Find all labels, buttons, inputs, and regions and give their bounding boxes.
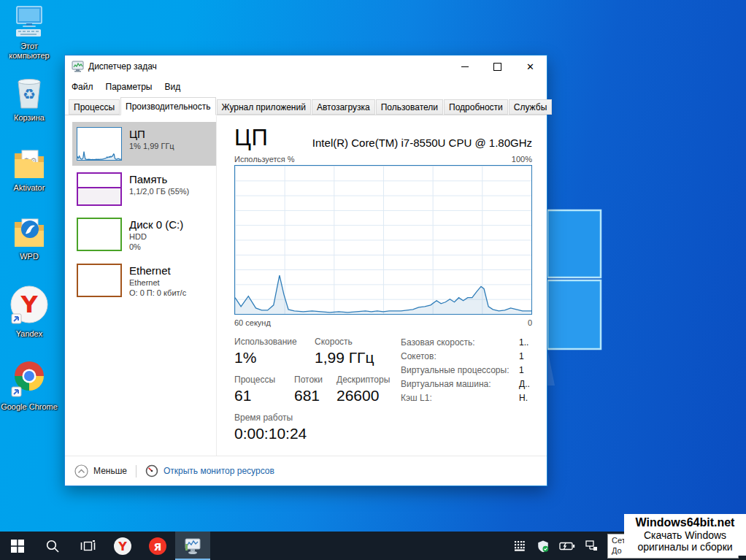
yandex-browser-taskbar-icon: Y — [113, 537, 132, 556]
minimize-button[interactable] — [448, 55, 481, 77]
sidebar-item-disk[interactable]: Диск 0 (C:) HDD 0% — [72, 212, 216, 257]
title-bar[interactable]: Диспетчер задач ✕ — [65, 55, 547, 77]
disk-mini-graph — [77, 218, 122, 251]
maximize-button[interactable] — [481, 55, 514, 77]
svg-text:Я: Я — [154, 540, 162, 552]
minimize-icon — [461, 66, 469, 67]
desktop-icon-this-pc[interactable]: Этот компьютер — [1, 4, 58, 61]
desktop-icon-label: Aktivator — [1, 183, 58, 193]
task-view-icon — [80, 540, 96, 553]
sidebar-memory-title: Память — [129, 173, 189, 186]
cpu-detail-pane: ЦП Intel(R) Core(TM) i7-8550U CPU @ 1.80… — [217, 116, 547, 456]
graph-y-axis-label: Используется % — [234, 155, 295, 164]
info-virtual-processors-value: 1 — [519, 365, 524, 375]
windows-security-icon[interactable] — [534, 535, 552, 557]
tab-strip: Процессы Производительность Журнал прило… — [65, 96, 547, 115]
sidebar-cpu-title: ЦП — [129, 128, 174, 141]
cpu-static-info: Базовая скорость:1.. Сокетов:1 Виртуальн… — [401, 337, 532, 442]
start-button[interactable] — [0, 532, 35, 560]
menu-options[interactable]: Параметры — [106, 82, 153, 92]
sidebar-item-ethernet[interactable]: Ethernet Ethernet О: 0 П: 0 кбит/с — [72, 258, 216, 303]
footer-divider — [136, 465, 136, 477]
stat-usage-value: 1% — [234, 349, 315, 367]
search-button[interactable] — [35, 532, 70, 560]
stat-handles-value: 26600 — [337, 387, 390, 404]
stat-speed-label: Скорость — [315, 337, 401, 347]
fewer-details-button[interactable]: Меньше — [74, 464, 127, 478]
ethernet-mini-graph — [77, 264, 122, 297]
tab-app-history[interactable]: Журнал приложений — [217, 99, 311, 115]
cpu-usage-graph[interactable] — [234, 165, 532, 315]
chevron-up-circle-icon — [74, 464, 88, 478]
desktop-icon-label: Google Chrome — [1, 402, 58, 412]
watermark-site: Windows64bit.net — [624, 516, 746, 529]
task-manager-app-icon — [72, 61, 84, 72]
tab-performance[interactable]: Производительность — [120, 97, 215, 115]
info-sockets-label: Сокетов: — [401, 351, 519, 361]
graph-x-right-label: 0 — [528, 318, 532, 327]
performance-sidebar: ЦП 1% 1,99 ГГц Память 1,1/2,0 ГБ (55%) — [65, 116, 217, 456]
windows-start-icon — [11, 540, 24, 553]
watermark-text-1: Скачать Windows — [624, 529, 746, 541]
watermark-text-2: оригиналы и сборки — [624, 541, 746, 553]
desktop-icon-aktivator[interactable]: ⚙⚙ ⚙ Aktivator — [1, 147, 58, 193]
tab-startup[interactable]: Автозагрузка — [312, 99, 375, 115]
desktop-icon-recycle-bin[interactable]: ♻ Корзина — [1, 76, 58, 123]
cpu-heading: ЦП — [234, 125, 268, 151]
desktop-icon-label: Корзина — [1, 113, 58, 123]
resource-monitor-icon — [145, 464, 158, 477]
search-icon — [45, 539, 60, 553]
tab-details[interactable]: Подробности — [444, 99, 508, 115]
desktop-icon-label: Этот компьютер — [1, 42, 58, 61]
desktop-icon-yandex[interactable]: Y Yandex — [1, 285, 58, 339]
svg-text:Y: Y — [118, 540, 127, 553]
window-title: Диспетчер задач — [88, 61, 157, 72]
stat-handles-label: Дескрипторы — [337, 375, 390, 385]
task-manager-window: Диспетчер задач ✕ Файл Параметры Вид Про… — [64, 55, 547, 486]
sidebar-disk-usage: 0% — [129, 242, 183, 252]
touch-keyboard-icon[interactable] — [510, 535, 528, 557]
chrome-icon — [9, 358, 50, 400]
tab-users[interactable]: Пользователи — [376, 99, 443, 115]
taskbar-yandex-button[interactable]: Я — [140, 532, 175, 560]
desktop-icon-google-chrome[interactable]: Google Chrome — [1, 358, 58, 412]
sidebar-cpu-stats: 1% 1,99 ГГц — [129, 141, 174, 151]
tab-services[interactable]: Службы — [509, 99, 552, 115]
menu-bar: Файл Параметры Вид — [65, 77, 547, 96]
svg-text:♻: ♻ — [23, 86, 36, 102]
stat-uptime-value: 0:00:10:24 — [234, 425, 307, 442]
cpu-dynamic-stats: Использование 1% Скорость 1,99 ГГц Проце… — [234, 337, 401, 442]
menu-view[interactable]: Вид — [164, 82, 180, 92]
wpd-folder-icon — [12, 216, 47, 250]
recycle-bin-icon: ♻ — [12, 76, 46, 111]
stat-uptime-label: Время работы — [234, 413, 307, 423]
info-virtual-processors-label: Виртуальные процессоры: — [401, 365, 519, 375]
desktop-icon-wpd[interactable]: WPD — [1, 216, 58, 261]
info-virtual-machine-value: Д.. — [519, 379, 530, 389]
battery-charging-icon[interactable] — [558, 535, 576, 557]
sidebar-item-cpu[interactable]: ЦП 1% 1,99 ГГц — [72, 122, 216, 166]
taskbar-task-manager-button[interactable] — [175, 532, 210, 560]
fewer-details-label: Меньше — [93, 466, 127, 476]
open-resource-monitor-link[interactable]: Открыть монитор ресурсов — [145, 464, 274, 477]
info-sockets-value: 1 — [519, 351, 524, 361]
graph-x-left-label: 60 секунд — [234, 318, 271, 327]
close-button[interactable]: ✕ — [514, 55, 547, 77]
task-view-button[interactable] — [70, 532, 105, 560]
this-pc-icon — [12, 4, 47, 39]
task-manager-taskbar-icon — [183, 537, 202, 556]
menu-file[interactable]: Файл — [72, 82, 93, 92]
stat-threads-value: 681 — [294, 387, 337, 404]
stat-threads-label: Потоки — [294, 375, 337, 385]
tab-processes[interactable]: Процессы — [69, 99, 120, 115]
sidebar-ethernet-stats: О: 0 П: 0 кбит/с — [129, 288, 186, 298]
desktop-icon-label: Yandex — [1, 329, 58, 339]
taskbar-yandex-browser-button[interactable]: Y — [105, 532, 140, 560]
info-l1-cache-value: Н. — [519, 393, 528, 403]
network-ethernet-icon[interactable] — [582, 535, 600, 557]
yandex-taskbar-icon: Я — [148, 537, 167, 556]
sidebar-item-memory[interactable]: Память 1,1/2,0 ГБ (55%) — [72, 167, 216, 211]
info-base-speed-value: 1.. — [519, 337, 528, 348]
stat-processes-label: Процессы — [234, 375, 294, 385]
info-virtual-machine-label: Виртуальная машина: — [401, 379, 519, 389]
